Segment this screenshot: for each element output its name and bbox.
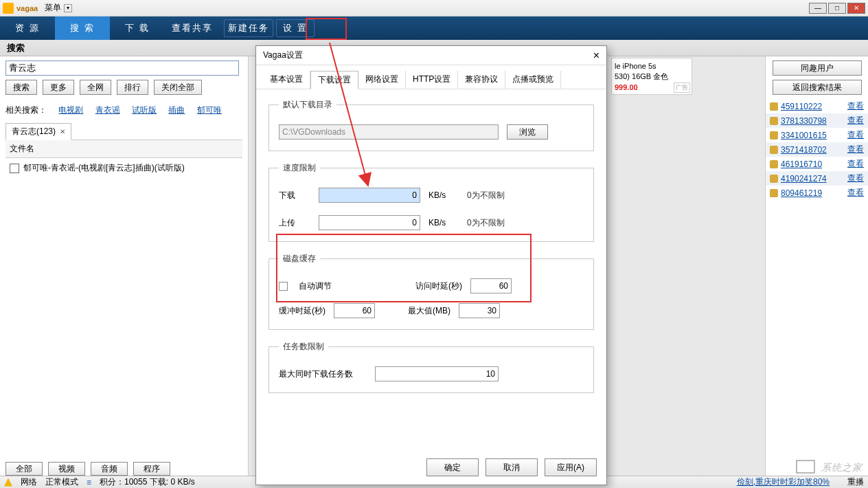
toolbar-settings[interactable]: 设 置 [276, 19, 315, 37]
more-button[interactable]: 更多 [43, 80, 74, 95]
user-row: 459110222查看 [766, 99, 868, 113]
related-link[interactable]: 青衣谣 [95, 105, 120, 115]
tab-compat[interactable]: 兼容协议 [458, 71, 505, 89]
user-row: 809461219查看 [766, 186, 868, 200]
user-id-link[interactable]: 459110222 [781, 102, 845, 111]
view-user-link[interactable]: 查看 [847, 129, 864, 141]
max-tasks-input[interactable] [375, 366, 499, 381]
file-tab-label: 青云志(123) [12, 126, 56, 137]
user-id-link[interactable]: 4190241274 [781, 174, 845, 184]
file-tab[interactable]: 青云志(123) ✕ [5, 123, 71, 140]
file-row[interactable]: 郁可唯-青衣谣-(电视剧[青云志]插曲)(试听版) [5, 158, 242, 178]
tab-basic[interactable]: 基本设置 [263, 71, 310, 89]
ad-line1: le iPhone 5s [615, 61, 689, 71]
auto-adjust-label: 自动调节 [299, 280, 332, 292]
view-user-link[interactable]: 查看 [847, 115, 864, 126]
filter-audio[interactable]: 音频 [91, 462, 128, 476]
upload-speed-input[interactable] [319, 215, 420, 230]
view-user-link[interactable]: 查看 [847, 144, 864, 155]
user-icon [770, 160, 778, 168]
tab-preview[interactable]: 点播或预览 [505, 71, 561, 89]
same-interest-users-button[interactable]: 同趣用户 [773, 60, 862, 76]
cancel-button[interactable]: 取消 [486, 458, 538, 476]
ad-corner-label: 广告 [674, 82, 690, 93]
ad-box[interactable]: le iPhone 5s 530) 16GB 金色 999.00 广告 [611, 58, 692, 95]
max-tasks-label: 最大同时下载任务数 [279, 368, 353, 380]
related-link[interactable]: 电视剧 [58, 105, 83, 115]
watermark-text: 系统之家 [821, 462, 863, 473]
buffer-delay-input[interactable] [334, 303, 375, 318]
dialog-titlebar: Vagaa设置 × [256, 46, 606, 65]
download-speed-input[interactable] [319, 188, 420, 203]
app-brand: vagaa [16, 4, 38, 12]
toolbar-new-task[interactable]: 新建任务 [224, 19, 273, 37]
task-limit-group: 任务数限制 最大同时下载任务数 [269, 341, 594, 393]
filter-all[interactable]: 全部 [5, 462, 43, 476]
filter-program[interactable]: 程序 [133, 462, 170, 476]
toolbar-search[interactable]: 搜 索 [55, 16, 110, 40]
status-score: 积分：10055 下载: 0 KB/s [100, 476, 195, 488]
view-user-link[interactable]: 查看 [847, 158, 864, 170]
related-label: 相关搜索： [5, 105, 47, 115]
close-tab-icon[interactable]: ✕ [60, 128, 65, 135]
download-dir-input[interactable] [279, 124, 499, 140]
download-dir-group: 默认下载目录 浏览 [269, 99, 594, 151]
main-toolbar: 资 源 搜 索 下 载 查看共享 新建任务 设 置 [0, 16, 868, 40]
rank-button[interactable]: 排行 [117, 80, 148, 95]
user-icon [770, 102, 778, 111]
status-reset[interactable]: 重播 [847, 476, 864, 488]
file-icon [10, 164, 19, 173]
unit-label: KB/s [429, 218, 459, 228]
related-link[interactable]: 试听版 [132, 105, 157, 115]
upload-speed-label: 上传 [279, 217, 310, 229]
view-user-link[interactable]: 查看 [847, 100, 864, 112]
auto-adjust-checkbox[interactable] [279, 282, 288, 291]
user-icon [770, 175, 778, 183]
browse-button[interactable]: 浏览 [507, 124, 548, 140]
close-button[interactable]: ✕ [847, 3, 865, 14]
toolbar-download[interactable]: 下 载 [110, 16, 165, 40]
user-id-link[interactable]: 3341001615 [781, 131, 845, 140]
tab-http[interactable]: HTTP设置 [406, 71, 458, 89]
user-icon [770, 117, 778, 125]
apply-button[interactable]: 应用(A) [545, 458, 597, 476]
disk-cache-group: 磁盘缓存 自动调节 访问时延(秒) 缓冲时延(秒) 最大值(MB) [269, 253, 594, 330]
dialog-close-icon[interactable]: × [593, 49, 599, 62]
speed-limit-group: 速度限制 下载 KB/s 0为不限制 上传 KB/s 0为不限制 [269, 162, 594, 242]
closeall-button[interactable]: 关闭全部 [154, 80, 202, 95]
user-id-link[interactable]: 3781330798 [781, 116, 845, 126]
related-link[interactable]: 插曲 [168, 105, 185, 115]
note-label: 0为不限制 [467, 190, 505, 201]
menu-chevron-down-icon[interactable]: ▾ [64, 4, 72, 12]
settings-dialog: Vagaa设置 × 基本设置 下载设置 网络设置 HTTP设置 兼容协议 点播或… [255, 45, 607, 485]
watermark: 系统之家 [796, 460, 863, 474]
minimize-button[interactable]: — [809, 3, 827, 14]
status-mode[interactable]: 正常模式 [45, 476, 78, 488]
tab-network[interactable]: 网络设置 [358, 71, 406, 89]
filter-video[interactable]: 视频 [48, 462, 85, 476]
right-panel: 同趣用户 返回搜索结果 459110222查看3781330798查看33410… [765, 56, 868, 476]
status-ticker[interactable]: 俭刻,重庆时时彩加奖80% [737, 476, 830, 488]
menu-label[interactable]: 菜单 [45, 2, 61, 14]
toolbar-resources[interactable]: 资 源 [0, 16, 55, 40]
buffer-delay-label: 缓冲时延(秒) [279, 305, 326, 317]
toolbar-viewshare[interactable]: 查看共享 [165, 16, 220, 40]
access-delay-input[interactable] [470, 278, 512, 293]
related-link[interactable]: 郁可唯 [197, 105, 222, 115]
user-id-link[interactable]: 3571418702 [781, 145, 845, 155]
search-button[interactable]: 搜索 [5, 80, 37, 95]
search-input[interactable] [5, 60, 239, 76]
column-header-filename[interactable]: 文件名 [5, 140, 242, 158]
maximize-button[interactable]: □ [828, 3, 846, 14]
back-to-results-button[interactable]: 返回搜索结果 [773, 80, 862, 95]
max-mb-input[interactable] [459, 303, 500, 318]
tab-download[interactable]: 下载设置 [310, 71, 358, 89]
allnet-button[interactable]: 全网 [80, 80, 111, 95]
view-user-link[interactable]: 查看 [847, 173, 864, 184]
user-id-link[interactable]: 461916710 [781, 159, 845, 169]
user-id-link[interactable]: 809461219 [781, 188, 845, 198]
speed-limit-legend: 速度限制 [279, 162, 320, 174]
user-row: 3341001615查看 [766, 128, 868, 142]
ok-button[interactable]: 确定 [426, 458, 479, 476]
view-user-link[interactable]: 查看 [847, 187, 864, 199]
